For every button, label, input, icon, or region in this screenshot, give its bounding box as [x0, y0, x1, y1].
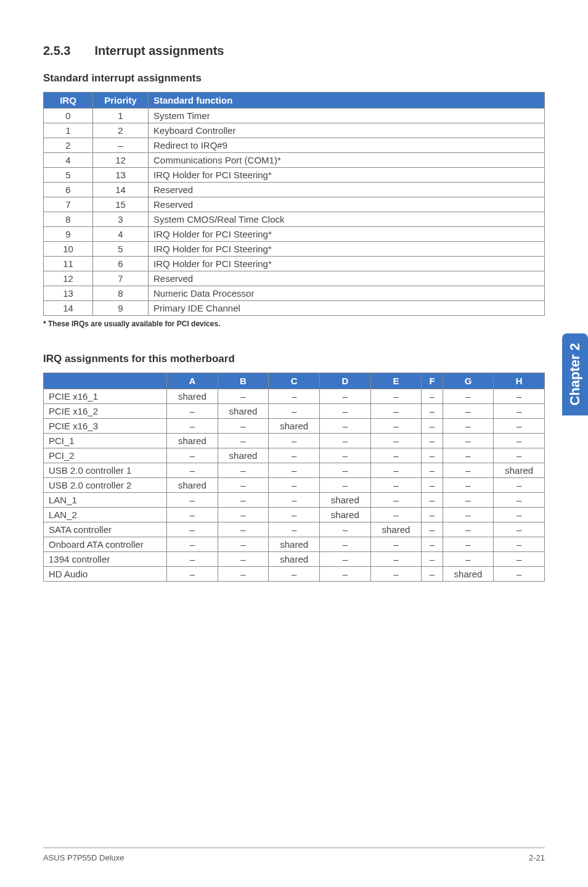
table-cell: – [319, 434, 370, 448]
assign-table-header-row: ABCDEFGH [44, 373, 545, 389]
assign-header-cell: H [494, 373, 545, 389]
assign-header-cell [44, 373, 167, 389]
table-cell: – [443, 478, 494, 493]
table-row: USB 2.0 controller 1–––––––shared [44, 463, 545, 478]
table-cell: 11 [44, 257, 93, 271]
row-label: LAN_1 [44, 493, 167, 508]
footer-product: ASUS P7P55D Deluxe [43, 853, 125, 862]
table-cell: Numeric Data Processor [149, 286, 545, 301]
table-cell: 13 [93, 168, 149, 183]
table-cell: – [218, 493, 269, 508]
table-cell: – [494, 552, 545, 567]
table-cell: Reserved [149, 197, 545, 212]
table-row: 138Numeric Data Processor [44, 286, 545, 301]
table-cell: – [422, 404, 443, 419]
table-row: PCI_2–shared–––––– [44, 448, 545, 463]
footer-page-number: 2-21 [529, 853, 545, 862]
table-cell: shared [443, 567, 494, 582]
table-cell: – [443, 508, 494, 522]
irq-header-func: Standard function [149, 93, 545, 109]
mb-subheading: IRQ assignments for this motherboard [43, 353, 545, 365]
table-cell: 4 [93, 227, 149, 242]
table-cell: – [443, 463, 494, 478]
irq-header-irq: IRQ [44, 93, 93, 109]
table-cell: – [269, 522, 320, 537]
table-cell: – [494, 567, 545, 582]
table-cell: – [319, 404, 370, 419]
table-cell: shared [269, 419, 320, 434]
table-row: 12Keyboard Controller [44, 123, 545, 138]
table-row: 715Reserved [44, 197, 545, 212]
table-cell: – [269, 508, 320, 522]
standard-subheading: Standard interrupt assignments [43, 72, 545, 85]
assign-header-cell: B [218, 373, 269, 389]
assign-header-cell: C [269, 373, 320, 389]
table-cell: – [443, 552, 494, 567]
table-cell: – [167, 508, 218, 522]
assign-table: ABCDEFGH PCIE x16_1shared–––––––PCIE x16… [43, 373, 545, 582]
table-cell: – [494, 478, 545, 493]
table-cell: – [218, 389, 269, 404]
table-cell: 1 [44, 123, 93, 138]
table-cell: 9 [93, 301, 149, 316]
table-cell: – [269, 463, 320, 478]
table-cell: shared [370, 522, 422, 537]
assign-header-cell: F [422, 373, 443, 389]
table-cell: – [269, 448, 320, 463]
table-cell: IRQ Holder for PCI Steering* [149, 242, 545, 257]
table-row: 149Primary IDE Channel [44, 301, 545, 316]
table-cell: 10 [44, 242, 93, 257]
table-cell: shared [494, 463, 545, 478]
table-cell: – [218, 508, 269, 522]
table-row: USB 2.0 controller 2shared––––––– [44, 478, 545, 493]
table-cell: – [422, 389, 443, 404]
table-cell: 6 [44, 183, 93, 197]
table-cell: 4 [44, 153, 93, 168]
table-cell: IRQ Holder for PCI Steering* [149, 257, 545, 271]
table-row: 116IRQ Holder for PCI Steering* [44, 257, 545, 271]
table-cell: – [494, 522, 545, 537]
table-cell: – [218, 522, 269, 537]
table-cell: Redirect to IRQ#9 [149, 138, 545, 153]
table-cell: – [218, 537, 269, 552]
table-cell: IRQ Holder for PCI Steering* [149, 168, 545, 183]
assign-header-cell: A [167, 373, 218, 389]
table-cell: IRQ Holder for PCI Steering* [149, 227, 545, 242]
table-cell: – [319, 552, 370, 567]
table-cell: – [319, 537, 370, 552]
table-cell: – [443, 389, 494, 404]
table-cell: – [370, 389, 422, 404]
table-cell: – [494, 537, 545, 552]
table-cell: shared [167, 434, 218, 448]
table-cell: – [269, 567, 320, 582]
table-cell: – [319, 478, 370, 493]
table-cell: – [422, 434, 443, 448]
table-cell: – [443, 434, 494, 448]
table-cell: – [370, 567, 422, 582]
table-row: 614Reserved [44, 183, 545, 197]
table-row: 2–Redirect to IRQ#9 [44, 138, 545, 153]
row-label: HD Audio [44, 567, 167, 582]
table-cell: – [167, 537, 218, 552]
table-row: 127Reserved [44, 271, 545, 286]
table-cell: – [422, 567, 443, 582]
table-cell: System CMOS/Real Time Clock [149, 212, 545, 227]
table-cell: shared [269, 552, 320, 567]
row-label: PCI_1 [44, 434, 167, 448]
section-number: 2.5.3 [43, 44, 70, 58]
table-cell: – [422, 522, 443, 537]
table-cell: – [218, 434, 269, 448]
table-row: PCIE x16_1shared––––––– [44, 389, 545, 404]
assign-header-cell: E [370, 373, 422, 389]
assign-header-cell: D [319, 373, 370, 389]
table-cell: – [370, 552, 422, 567]
table-cell: shared [218, 448, 269, 463]
table-cell: – [167, 463, 218, 478]
table-cell: – [218, 567, 269, 582]
table-cell: – [218, 478, 269, 493]
table-cell: – [370, 508, 422, 522]
table-row: LAN_2–––shared–––– [44, 508, 545, 522]
irq-table: IRQ Priority Standard function 01System … [43, 92, 545, 316]
table-cell: – [319, 389, 370, 404]
table-cell: 0 [44, 109, 93, 123]
